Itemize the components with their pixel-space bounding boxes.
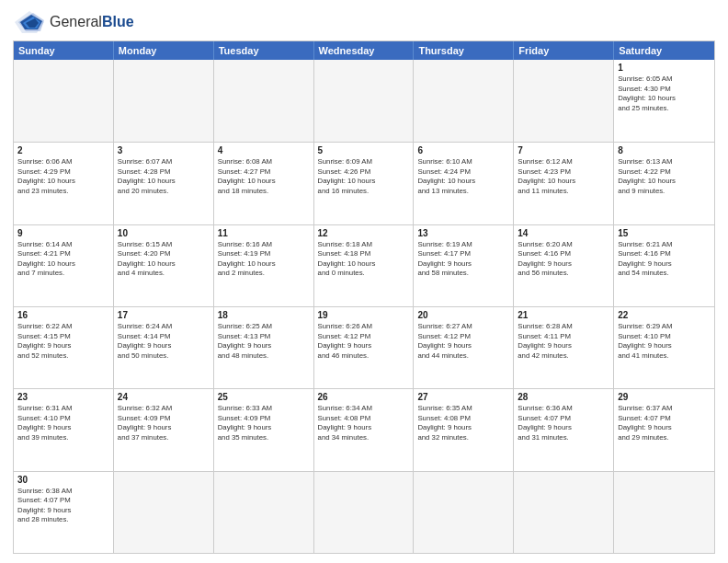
calendar-cell — [414, 60, 514, 142]
logo-text: GeneralBlue — [50, 14, 134, 30]
calendar-cell — [114, 472, 214, 553]
header-day-sunday: Sunday — [14, 41, 114, 60]
day-info: Sunrise: 6:31 AM Sunset: 4:10 PM Dayligh… — [17, 404, 109, 442]
header-day-tuesday: Tuesday — [214, 41, 314, 60]
calendar-cell: 12Sunrise: 6:18 AM Sunset: 4:18 PM Dayli… — [314, 225, 415, 306]
calendar-cell: 7Sunrise: 6:12 AM Sunset: 4:23 PM Daylig… — [514, 143, 614, 224]
day-number: 4 — [218, 145, 310, 155]
day-info: Sunrise: 6:27 AM Sunset: 4:12 PM Dayligh… — [417, 322, 509, 361]
calendar-header: SundayMondayTuesdayWednesdayThursdayFrid… — [14, 41, 714, 60]
day-number: 1 — [618, 63, 711, 73]
calendar-cell: 18Sunrise: 6:25 AM Sunset: 4:13 PM Dayli… — [214, 307, 314, 388]
day-info: Sunrise: 6:35 AM Sunset: 4:08 PM Dayligh… — [417, 404, 509, 442]
day-info: Sunrise: 6:38 AM Sunset: 4:07 PM Dayligh… — [17, 487, 109, 525]
calendar-cell: 9Sunrise: 6:14 AM Sunset: 4:21 PM Daylig… — [14, 225, 114, 306]
calendar-week-5: 23Sunrise: 6:31 AM Sunset: 4:10 PM Dayli… — [14, 388, 714, 470]
calendar-cell — [114, 60, 214, 142]
calendar-cell: 24Sunrise: 6:32 AM Sunset: 4:09 PM Dayli… — [114, 389, 214, 470]
day-number: 19 — [318, 310, 410, 320]
day-info: Sunrise: 6:10 AM Sunset: 4:24 PM Dayligh… — [417, 157, 509, 196]
day-number: 23 — [17, 392, 109, 402]
day-number: 28 — [518, 392, 609, 402]
calendar-cell: 25Sunrise: 6:33 AM Sunset: 4:09 PM Dayli… — [214, 389, 314, 470]
calendar-body: 1Sunrise: 6:05 AM Sunset: 4:30 PM Daylig… — [14, 60, 714, 553]
header-day-friday: Friday — [514, 41, 614, 60]
calendar-cell — [314, 472, 415, 553]
day-info: Sunrise: 6:08 AM Sunset: 4:27 PM Dayligh… — [218, 157, 310, 196]
day-info: Sunrise: 6:25 AM Sunset: 4:13 PM Dayligh… — [218, 322, 310, 361]
calendar-cell: 29Sunrise: 6:37 AM Sunset: 4:07 PM Dayli… — [614, 389, 714, 470]
calendar-cell — [514, 60, 614, 142]
day-info: Sunrise: 6:19 AM Sunset: 4:17 PM Dayligh… — [417, 240, 509, 279]
calendar-cell: 28Sunrise: 6:36 AM Sunset: 4:07 PM Dayli… — [514, 389, 614, 470]
calendar-cell — [214, 472, 314, 553]
day-number: 9 — [17, 228, 109, 238]
day-info: Sunrise: 6:32 AM Sunset: 4:09 PM Dayligh… — [118, 404, 210, 442]
calendar-cell: 1Sunrise: 6:05 AM Sunset: 4:30 PM Daylig… — [614, 60, 714, 142]
calendar-cell — [14, 60, 114, 142]
day-number: 6 — [417, 145, 509, 155]
day-number: 8 — [618, 145, 711, 155]
day-number: 10 — [118, 228, 210, 238]
day-number: 15 — [618, 228, 711, 238]
day-info: Sunrise: 6:29 AM Sunset: 4:10 PM Dayligh… — [618, 322, 711, 361]
calendar-cell: 20Sunrise: 6:27 AM Sunset: 4:12 PM Dayli… — [414, 307, 514, 388]
day-info: Sunrise: 6:06 AM Sunset: 4:29 PM Dayligh… — [17, 157, 109, 196]
calendar-cell — [214, 60, 314, 142]
day-info: Sunrise: 6:07 AM Sunset: 4:28 PM Dayligh… — [118, 157, 210, 196]
calendar: SundayMondayTuesdayWednesdayThursdayFrid… — [13, 40, 715, 554]
day-number: 20 — [417, 310, 509, 320]
calendar-cell: 14Sunrise: 6:20 AM Sunset: 4:16 PM Dayli… — [514, 225, 614, 306]
day-info: Sunrise: 6:12 AM Sunset: 4:23 PM Dayligh… — [518, 157, 609, 196]
calendar-cell: 30Sunrise: 6:38 AM Sunset: 4:07 PM Dayli… — [14, 472, 114, 553]
day-number: 2 — [17, 145, 109, 155]
day-info: Sunrise: 6:21 AM Sunset: 4:16 PM Dayligh… — [618, 240, 711, 279]
day-info: Sunrise: 6:05 AM Sunset: 4:30 PM Dayligh… — [618, 75, 711, 113]
calendar-cell: 13Sunrise: 6:19 AM Sunset: 4:17 PM Dayli… — [414, 225, 514, 306]
day-number: 13 — [417, 228, 509, 238]
calendar-week-3: 9Sunrise: 6:14 AM Sunset: 4:21 PM Daylig… — [14, 224, 714, 306]
day-number: 12 — [318, 228, 410, 238]
day-info: Sunrise: 6:09 AM Sunset: 4:26 PM Dayligh… — [318, 157, 410, 196]
calendar-cell: 22Sunrise: 6:29 AM Sunset: 4:10 PM Dayli… — [614, 307, 714, 388]
day-number: 22 — [618, 310, 711, 320]
day-number: 24 — [118, 392, 210, 402]
day-info: Sunrise: 6:33 AM Sunset: 4:09 PM Dayligh… — [218, 404, 310, 442]
calendar-cell: 15Sunrise: 6:21 AM Sunset: 4:16 PM Dayli… — [614, 225, 714, 306]
calendar-week-1: 1Sunrise: 6:05 AM Sunset: 4:30 PM Daylig… — [14, 60, 714, 142]
day-number: 30 — [17, 475, 109, 485]
day-number: 29 — [618, 392, 711, 402]
logo: GeneralBlue — [13, 9, 134, 35]
calendar-cell: 2Sunrise: 6:06 AM Sunset: 4:29 PM Daylig… — [14, 143, 114, 224]
calendar-cell: 26Sunrise: 6:34 AM Sunset: 4:08 PM Dayli… — [314, 389, 415, 470]
calendar-cell: 11Sunrise: 6:16 AM Sunset: 4:19 PM Dayli… — [214, 225, 314, 306]
day-info: Sunrise: 6:15 AM Sunset: 4:20 PM Dayligh… — [118, 240, 210, 279]
calendar-cell: 10Sunrise: 6:15 AM Sunset: 4:20 PM Dayli… — [114, 225, 214, 306]
day-info: Sunrise: 6:20 AM Sunset: 4:16 PM Dayligh… — [518, 240, 609, 279]
page: GeneralBlue SundayMondayTuesdayWednesday… — [0, 0, 728, 563]
calendar-cell: 4Sunrise: 6:08 AM Sunset: 4:27 PM Daylig… — [214, 143, 314, 224]
day-info: Sunrise: 6:26 AM Sunset: 4:12 PM Dayligh… — [318, 322, 410, 361]
day-info: Sunrise: 6:37 AM Sunset: 4:07 PM Dayligh… — [618, 404, 711, 442]
calendar-cell: 8Sunrise: 6:13 AM Sunset: 4:22 PM Daylig… — [614, 143, 714, 224]
calendar-cell: 19Sunrise: 6:26 AM Sunset: 4:12 PM Dayli… — [314, 307, 415, 388]
calendar-cell: 17Sunrise: 6:24 AM Sunset: 4:14 PM Dayli… — [114, 307, 214, 388]
calendar-cell: 21Sunrise: 6:28 AM Sunset: 4:11 PM Dayli… — [514, 307, 614, 388]
day-number: 5 — [318, 145, 410, 155]
header-day-wednesday: Wednesday — [314, 41, 415, 60]
calendar-cell — [314, 60, 415, 142]
calendar-cell: 16Sunrise: 6:22 AM Sunset: 4:15 PM Dayli… — [14, 307, 114, 388]
day-number: 18 — [218, 310, 310, 320]
calendar-cell: 3Sunrise: 6:07 AM Sunset: 4:28 PM Daylig… — [114, 143, 214, 224]
day-number: 27 — [417, 392, 509, 402]
day-number: 7 — [518, 145, 609, 155]
day-number: 17 — [118, 310, 210, 320]
day-info: Sunrise: 6:22 AM Sunset: 4:15 PM Dayligh… — [17, 322, 109, 361]
header-day-saturday: Saturday — [614, 41, 714, 60]
day-number: 26 — [318, 392, 410, 402]
calendar-cell — [614, 472, 714, 553]
day-number: 21 — [518, 310, 609, 320]
day-info: Sunrise: 6:34 AM Sunset: 4:08 PM Dayligh… — [318, 404, 410, 442]
calendar-cell: 27Sunrise: 6:35 AM Sunset: 4:08 PM Dayli… — [414, 389, 514, 470]
calendar-cell: 23Sunrise: 6:31 AM Sunset: 4:10 PM Dayli… — [14, 389, 114, 470]
